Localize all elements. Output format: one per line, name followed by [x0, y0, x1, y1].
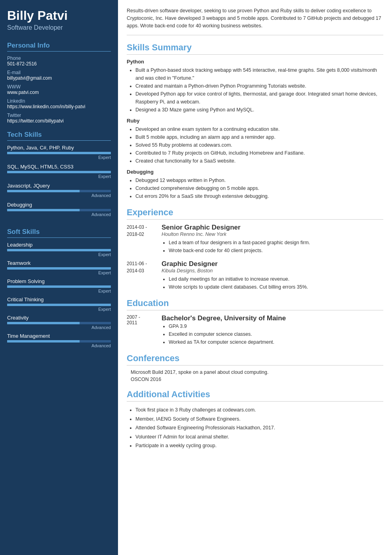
list-item: Solved 55 Ruby problems at codewars.com.: [135, 141, 383, 149]
info-label: LinkedIn: [7, 98, 111, 104]
skill-bar-fill: [7, 171, 111, 173]
candidate-title: Software Developer: [7, 24, 111, 31]
soft-skill-name: Critical Thinking: [7, 297, 111, 302]
tech-skills-section: Tech Skills Python, Java, C#, PHP, Ruby …: [0, 127, 118, 224]
skill-bar: [7, 152, 111, 154]
skill-name: SQL, MySQL, HTML5, CSS3: [7, 164, 111, 170]
list-item: Designed a 3D Maze game using Python and…: [135, 106, 383, 114]
edu-dates: 2007 - 2011: [127, 314, 155, 346]
info-value: billypatvi@gmail.com: [7, 75, 111, 81]
edu-entry: 2007 - 2011Bachelor's Degree, University…: [127, 314, 383, 346]
edu-degree: Bachelor's Degree, University of Maine: [162, 314, 286, 322]
soft-skill-name: Teamwork: [7, 260, 111, 266]
skills-summary-section: Skills Summary PythonBuilt a Python-base…: [127, 42, 383, 200]
exp-job-title: Senior Graphic Designer: [162, 224, 310, 232]
soft-skill-bar-fill: [7, 267, 111, 270]
soft-skill-name: Problem Solving: [7, 278, 111, 284]
list-item: Cut errors 20% for a SaaS site through e…: [135, 192, 383, 200]
info-label: WWW: [7, 84, 111, 90]
info-value: www.patvi.com: [7, 90, 111, 95]
soft-skill-item: Leadership Expert: [7, 242, 111, 257]
soft-skill-bar: [7, 304, 111, 306]
skill-bar-fill: [7, 209, 80, 211]
soft-skill-item: Time Management Advanced: [7, 333, 111, 348]
tech-skill-item: Python, Java, C#, PHP, Ruby Expert: [7, 145, 111, 160]
exp-dates: 2011-06 - 2014-03: [127, 260, 155, 291]
personal-info-section: Personal Info Phone501-872-2516E-mailbil…: [0, 38, 118, 127]
list-item: Developed Python app for voice control o…: [135, 90, 383, 106]
soft-skill-bar-fill: [7, 249, 111, 251]
list-item: Led a team of four designers in a fast-p…: [169, 239, 310, 247]
personal-info-title: Personal Info: [7, 42, 111, 52]
tech-skills-title: Tech Skills: [7, 131, 111, 141]
list-item: Attended Software Engineering Profession…: [135, 423, 383, 433]
list-item: Contributed to 7 Ruby projects on GitHub…: [135, 149, 383, 157]
list-item: Participate in a weekly cycling group.: [135, 441, 383, 450]
exp-company: Houlton Renno Inc. New York: [162, 232, 310, 237]
exp-right: Graphic DesignerKibula Designs, BostonLe…: [162, 260, 308, 291]
list-item: Worked as TA for computer science depart…: [169, 338, 286, 346]
list-item: Took first place in 3 Ruby challenges at…: [135, 406, 383, 415]
additional-items: Took first place in 3 Ruby challenges at…: [127, 406, 383, 450]
soft-skill-bar: [7, 340, 111, 343]
additional-title: Additional Activities: [127, 389, 383, 402]
soft-skills-title: Soft Skills: [7, 228, 111, 238]
soft-skills-list: Leadership Expert Teamwork Expert Proble…: [7, 242, 111, 348]
conferences-title: Conferences: [127, 353, 383, 366]
skills-list: Built a Python-based stock tracking weba…: [127, 66, 383, 114]
exp-entry: 2014-03 - 2018-02Senior Graphic Designer…: [127, 224, 383, 255]
list-item: Built a Python-based stock tracking weba…: [135, 66, 383, 82]
skills-list: Developed an online exam system for a co…: [127, 125, 383, 165]
education-entries: 2007 - 2011Bachelor's Degree, University…: [127, 314, 383, 346]
info-label: Phone: [7, 56, 111, 61]
summary-text: Results-driven software developer, seeki…: [127, 7, 383, 35]
exp-list: Led a team of four designers in a fast-p…: [162, 239, 310, 255]
list-item: Created chat functionality for a SaaS we…: [135, 157, 383, 165]
list-item: Debugged 12 webapps written in Python.: [135, 176, 383, 184]
sidebar: Billy Patvi Software Developer Personal …: [0, 0, 118, 555]
skill-level: Advanced: [7, 212, 111, 217]
soft-skill-item: Creativity Advanced: [7, 315, 111, 330]
list-item: GPA 3.9: [169, 322, 286, 330]
list-item: Member, IAENG Society of Software Engine…: [135, 415, 383, 424]
tech-skill-item: SQL, MySQL, HTML5, CSS3 Expert: [7, 164, 111, 179]
exp-right: Senior Graphic DesignerHoulton Renno Inc…: [162, 224, 310, 255]
experience-section: Experience 2014-03 - 2018-02Senior Graph…: [127, 207, 383, 291]
sidebar-header: Billy Patvi Software Developer: [0, 0, 118, 38]
tech-skills-list: Python, Java, C#, PHP, Ruby Expert SQL, …: [7, 145, 111, 217]
skill-bar-fill: [7, 190, 80, 192]
soft-skill-bar-fill: [7, 285, 111, 288]
exp-entry: 2011-06 - 2014-03Graphic DesignerKibula …: [127, 260, 383, 291]
soft-skill-level: Advanced: [7, 343, 111, 348]
exp-dates: 2014-03 - 2018-02: [127, 224, 155, 255]
experience-entries: 2014-03 - 2018-02Senior Graphic Designer…: [127, 224, 383, 291]
info-label: E-mail: [7, 70, 111, 75]
exp-job-title: Graphic Designer: [162, 260, 308, 268]
skill-bar: [7, 190, 111, 192]
tech-skill-item: Debugging Advanced: [7, 202, 111, 217]
education-section: Education 2007 - 2011Bachelor's Degree, …: [127, 298, 383, 346]
list-item: Volunteer IT Admin for local animal shel…: [135, 433, 383, 442]
list-item: Wrote back-end code for 40 client projec…: [169, 247, 310, 255]
skill-name: Javascript, JQuery: [7, 183, 111, 189]
skill-name: Python, Java, C#, PHP, Ruby: [7, 145, 111, 151]
info-label: Twitter: [7, 113, 111, 118]
info-value: https://twitter.com/billypatvi: [7, 118, 111, 124]
soft-skill-name: Time Management: [7, 333, 111, 339]
skills-summary-title: Skills Summary: [127, 42, 383, 55]
edu-right: Bachelor's Degree, University of MaineGP…: [162, 314, 286, 346]
soft-skill-bar: [7, 322, 111, 324]
conference-items: Microsoft Build 2017, spoke on a panel a…: [127, 369, 383, 382]
candidate-name: Billy Patvi: [7, 9, 111, 23]
soft-skill-item: Problem Solving Expert: [7, 278, 111, 293]
skills-list: Debugged 12 webapps written in Python.Co…: [127, 176, 383, 200]
soft-skill-level: Expert: [7, 270, 111, 275]
soft-skills-section: Soft Skills Leadership Expert Teamwork E…: [0, 224, 118, 354]
tech-skill-item: Javascript, JQuery Advanced: [7, 183, 111, 198]
skill-level: Expert: [7, 174, 111, 179]
exp-list: Led daily meetings for an initiative to …: [162, 275, 308, 291]
skill-level: Advanced: [7, 193, 111, 198]
soft-skill-bar: [7, 267, 111, 270]
soft-skill-bar-fill: [7, 340, 80, 343]
additional-section: Additional Activities Took first place i…: [127, 389, 383, 450]
